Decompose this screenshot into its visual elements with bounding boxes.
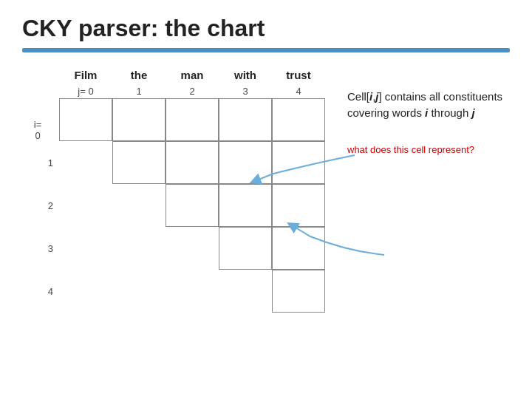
word-trust: trust (272, 66, 325, 84)
cell-0-1 (112, 98, 166, 141)
i-label-3: 3 (22, 227, 59, 270)
cell-2-2 (166, 184, 219, 227)
grid-row-3 (59, 227, 325, 270)
cky-grid (59, 98, 325, 313)
cell-1-4 (272, 141, 325, 184)
i-label-2: 2 (22, 184, 59, 227)
cell-1-1 (112, 141, 166, 184)
chart-area: Film the man with trust j= 0 1 2 3 4 i= (22, 66, 325, 313)
grid-row-1 (59, 141, 325, 184)
grid-and-i: i= 0 1 2 3 4 (22, 98, 325, 313)
j-label-3: 3 (219, 84, 272, 98)
i-label-4: 4 (22, 270, 59, 313)
word-man: man (166, 66, 219, 84)
cell-1-2 (166, 141, 219, 184)
cell-2-empty1 (112, 184, 166, 227)
word-film: Film (59, 66, 112, 84)
cell-4-empty0 (59, 270, 112, 313)
word-the: the (112, 66, 166, 84)
i-label-0: i= 0 (22, 98, 59, 141)
annotation-italic-j: j (375, 90, 378, 103)
j-label-4: 4 (272, 84, 325, 98)
word-with: with (219, 66, 272, 84)
cell-3-empty0 (59, 227, 112, 270)
cell-2-3 (219, 184, 272, 227)
j-label-2: 2 (166, 84, 219, 98)
j-label-row: j= 0 1 2 3 4 (59, 84, 325, 98)
grid-row-2 (59, 184, 325, 227)
cell-0-2 (166, 98, 219, 141)
cell-4-empty3 (219, 270, 272, 313)
blue-bar (22, 48, 510, 52)
annotation-area: Cell[i,j] contains all constituents cove… (347, 89, 510, 157)
cell-0-4 (272, 98, 325, 141)
word-header-row: Film the man with trust (59, 66, 325, 84)
i-label-1: 1 (22, 141, 59, 184)
slide-title: CKY parser: the chart (22, 15, 510, 42)
cell-3-empty2 (166, 227, 219, 270)
cell-2-empty0 (59, 184, 112, 227)
cell-3-4 (272, 227, 325, 270)
annotation-italic-j2: j (471, 106, 474, 119)
cell-1-3 (219, 141, 272, 184)
cell-4-4 (272, 270, 325, 313)
cell-1-empty (59, 141, 112, 184)
j-label-1: 1 (112, 84, 166, 98)
cell-3-3 (219, 227, 272, 270)
annotation-italic-i2: i (425, 106, 428, 119)
slide: CKY parser: the chart Film the man with … (0, 0, 532, 399)
annotation-sub: what does this cell represent? (347, 143, 510, 157)
annotation-main: Cell[i,j] contains all constituents cove… (347, 89, 510, 121)
cell-0-3 (219, 98, 272, 141)
cell-4-empty2 (166, 270, 219, 313)
cell-4-empty1 (112, 270, 166, 313)
cell-2-4 (272, 184, 325, 227)
cell-0-0 (59, 98, 112, 141)
j-label-0: j= 0 (59, 84, 112, 98)
i-labels: i= 0 1 2 3 4 (22, 98, 59, 313)
annotation-italic-i: i (369, 90, 372, 103)
cell-3-empty1 (112, 227, 166, 270)
grid-row-0 (59, 98, 325, 141)
grid-row-4 (59, 270, 325, 313)
